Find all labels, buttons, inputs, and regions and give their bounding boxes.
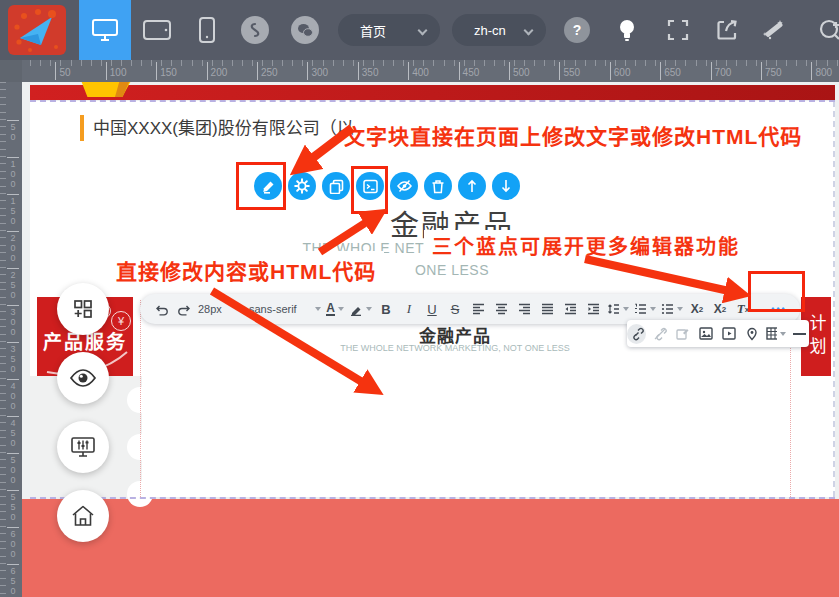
chevron-down-icon bbox=[780, 332, 786, 336]
italic-button[interactable]: I bbox=[398, 297, 420, 321]
redo-icon bbox=[177, 303, 192, 316]
design-canvas: 中国XXXX(集团)股份有限公司（以 金融产品 THE WHOLE NETWOR… bbox=[22, 82, 839, 597]
text-color-button[interactable]: A bbox=[324, 297, 346, 321]
device-tablet-button[interactable] bbox=[131, 0, 183, 60]
insert-table-button[interactable] bbox=[766, 324, 786, 344]
insert-video-button[interactable] bbox=[720, 324, 739, 344]
strikethrough-button[interactable]: S bbox=[444, 297, 466, 321]
indent-icon bbox=[587, 303, 600, 315]
unlink-button[interactable] bbox=[650, 324, 669, 344]
image-icon bbox=[699, 327, 713, 340]
subscript-button[interactable]: X2 bbox=[686, 297, 708, 321]
horizontal-rule-icon bbox=[793, 332, 806, 336]
company-text-block[interactable]: 中国XXXX(集团)股份有限公司（以 bbox=[80, 115, 354, 142]
chevron-down-icon bbox=[366, 307, 372, 311]
font-family-select[interactable]: sans-serif bbox=[247, 297, 323, 321]
hide-button[interactable] bbox=[390, 172, 418, 200]
chevron-down-icon bbox=[623, 307, 629, 311]
move-up-button[interactable] bbox=[458, 172, 486, 200]
export-button[interactable] bbox=[714, 0, 740, 60]
settings-button[interactable] bbox=[288, 172, 316, 200]
company-text[interactable]: 中国XXXX(集团)股份有限公司（以 bbox=[93, 115, 354, 142]
outdent-button[interactable] bbox=[559, 297, 581, 321]
highlighter-icon bbox=[349, 303, 363, 316]
page-select-dropdown[interactable]: 首页 bbox=[338, 14, 440, 46]
help-button[interactable]: ? bbox=[564, 0, 590, 60]
bullet-list-button[interactable] bbox=[659, 297, 685, 321]
move-down-button[interactable] bbox=[492, 172, 520, 200]
fullscreen-button[interactable] bbox=[665, 0, 691, 60]
zoom-button[interactable] bbox=[816, 0, 839, 60]
annotation-edit-content-tip: 直接修改内容或HTML代码 bbox=[108, 251, 384, 289]
desktop-icon bbox=[91, 18, 119, 42]
chevron-down-icon bbox=[238, 307, 244, 311]
link-button[interactable] bbox=[627, 324, 646, 344]
fullscreen-icon bbox=[667, 19, 689, 41]
video-icon bbox=[722, 327, 736, 340]
selection-dashed-bottom bbox=[30, 497, 835, 499]
magic-wand-button[interactable] bbox=[760, 0, 786, 60]
superscript-button[interactable]: X2 bbox=[709, 297, 731, 321]
unlink-icon bbox=[653, 327, 667, 341]
map-pin-icon bbox=[745, 327, 759, 341]
device-mobile-button[interactable] bbox=[181, 0, 233, 60]
link-icon bbox=[241, 16, 269, 44]
trash-icon bbox=[431, 179, 445, 194]
page-header-bar[interactable] bbox=[30, 85, 835, 100]
language-select-dropdown[interactable]: zh-cn bbox=[452, 14, 546, 46]
ruler-vertical: 5 01 0 01 5 02 0 02 5 03 0 03 5 04 0 04 … bbox=[0, 82, 22, 597]
highlight-color-button[interactable] bbox=[347, 297, 374, 321]
language-select-value: zh-cn bbox=[474, 23, 506, 38]
arrow-up-icon bbox=[466, 179, 478, 193]
ordered-list-icon bbox=[634, 303, 647, 315]
undo-button[interactable] bbox=[150, 297, 172, 321]
edit-link-button[interactable] bbox=[673, 324, 692, 344]
editor-preview-subtitle[interactable]: THE WHOLE NETWORK MARKETING, NOT ONE LES… bbox=[305, 343, 605, 353]
table-icon bbox=[766, 327, 777, 340]
align-justify-button[interactable] bbox=[536, 297, 558, 321]
chevron-down-icon bbox=[338, 307, 344, 311]
app-logo[interactable] bbox=[8, 5, 66, 55]
ordered-list-button[interactable] bbox=[632, 297, 658, 321]
insert-map-button[interactable] bbox=[743, 324, 762, 344]
device-desktop-button[interactable] bbox=[79, 0, 131, 60]
line-height-button[interactable] bbox=[605, 297, 631, 321]
preview-button[interactable] bbox=[57, 352, 109, 404]
duplicate-button[interactable] bbox=[322, 172, 350, 200]
home-icon bbox=[70, 504, 96, 528]
ruler-corner bbox=[0, 60, 22, 82]
insert-hr-button[interactable] bbox=[790, 324, 809, 344]
content-guide-right bbox=[790, 330, 791, 497]
next-section-block[interactable] bbox=[22, 499, 839, 597]
display-settings-button[interactable] bbox=[57, 421, 109, 473]
chevron-down-icon bbox=[524, 25, 534, 35]
align-right-button[interactable] bbox=[513, 297, 535, 321]
bold-button[interactable]: B bbox=[375, 297, 397, 321]
align-center-button[interactable] bbox=[490, 297, 512, 321]
tablet-icon bbox=[143, 20, 171, 40]
add-module-button[interactable] bbox=[57, 283, 109, 335]
magic-wand-icon bbox=[761, 18, 785, 42]
insert-image-button[interactable] bbox=[696, 324, 715, 344]
page-select-value: 首页 bbox=[360, 21, 386, 40]
ideas-button[interactable] bbox=[615, 0, 639, 60]
content-guide-left bbox=[140, 300, 141, 497]
top-toolbar: 首页 zh-cn ? bbox=[0, 0, 839, 60]
underline-button[interactable]: U bbox=[421, 297, 443, 321]
chain-link-icon bbox=[630, 327, 644, 341]
wechat-button[interactable] bbox=[291, 0, 319, 60]
chevron-down-icon bbox=[650, 307, 656, 311]
lightbulb-icon bbox=[619, 18, 635, 42]
ruler-horizontal: 0501001502002503003504004505005506006507… bbox=[0, 60, 839, 82]
gear-icon bbox=[294, 178, 310, 194]
delete-button[interactable] bbox=[424, 172, 452, 200]
edit-box-icon bbox=[676, 327, 689, 340]
display-settings-icon bbox=[70, 435, 96, 459]
font-size-select[interactable]: 28px bbox=[196, 297, 246, 321]
indent-button[interactable] bbox=[582, 297, 604, 321]
orange-accent-bar bbox=[80, 115, 84, 141]
redo-button[interactable] bbox=[173, 297, 195, 321]
align-left-button[interactable] bbox=[467, 297, 489, 321]
home-button[interactable] bbox=[57, 490, 109, 542]
link-share-button[interactable] bbox=[241, 0, 269, 60]
